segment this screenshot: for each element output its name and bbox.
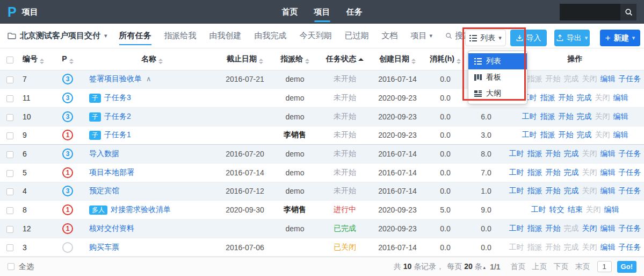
action-开始[interactable]: 开始 xyxy=(559,130,574,139)
first-page-link[interactable]: 首页 xyxy=(511,262,526,272)
tab-due-today[interactable]: 今天到期 xyxy=(300,24,332,48)
action-关闭[interactable]: 关闭 xyxy=(582,224,597,232)
row-checkbox[interactable] xyxy=(6,95,13,102)
row-checkbox[interactable] xyxy=(6,244,13,251)
action-工时[interactable]: 工时 xyxy=(509,168,524,176)
task-link[interactable]: 核对交付资料 xyxy=(89,224,134,232)
task-link[interactable]: 子任务3 xyxy=(104,93,131,102)
row-checkbox[interactable] xyxy=(6,170,13,177)
action-编辑[interactable]: 编辑 xyxy=(613,112,628,121)
header-cost[interactable]: 消耗(h) xyxy=(424,48,466,70)
export-button[interactable]: 导出 ▾ xyxy=(554,30,590,46)
project-switcher[interactable]: 北京测试客户项目交付 ▾ xyxy=(8,24,107,48)
action-编辑[interactable]: 编辑 xyxy=(613,130,628,139)
action-开始[interactable]: 开始 xyxy=(546,149,561,158)
action-工时[interactable]: 工时 xyxy=(509,149,524,158)
new-button[interactable]: + 新建 ▾ xyxy=(600,30,640,46)
action-子任务[interactable]: 子任务 xyxy=(619,224,641,232)
view-option-kanban[interactable]: 看板 xyxy=(468,69,527,86)
action-子任务[interactable]: 子任务 xyxy=(619,149,641,158)
action-工时[interactable]: 工时 xyxy=(522,130,537,139)
row-checkbox[interactable] xyxy=(6,207,13,214)
action-指派[interactable]: 指派 xyxy=(540,93,555,102)
task-link[interactable]: 预定宾馆 xyxy=(89,186,119,195)
nav-item-task[interactable]: 任务 xyxy=(346,0,363,24)
action-子任务[interactable]: 子任务 xyxy=(619,168,641,176)
action-指派[interactable]: 指派 xyxy=(540,130,555,139)
page-number-input[interactable] xyxy=(597,261,612,272)
action-完成[interactable]: 完成 xyxy=(564,149,579,158)
action-开始[interactable]: 开始 xyxy=(546,186,561,195)
go-button[interactable]: Go! xyxy=(617,261,636,273)
task-link[interactable]: 项目本地部署 xyxy=(89,168,134,176)
action-指派[interactable]: 指派 xyxy=(527,149,542,158)
row-checkbox[interactable] xyxy=(6,132,13,139)
header-select-all[interactable] xyxy=(0,48,19,70)
search-icon[interactable] xyxy=(620,4,636,20)
last-page-link[interactable]: 末页 xyxy=(575,262,590,272)
tab-all-tasks[interactable]: 所有任务 xyxy=(119,24,151,48)
prev-page-link[interactable]: 上页 xyxy=(532,262,547,272)
action-转交[interactable]: 转交 xyxy=(549,205,565,214)
import-button[interactable]: 导入 xyxy=(510,30,547,46)
action-开始[interactable]: 开始 xyxy=(559,93,574,102)
row-checkbox[interactable] xyxy=(6,188,13,195)
header-assignee[interactable]: 指派给 xyxy=(271,48,319,70)
task-link[interactable]: 导入数据 xyxy=(89,149,119,158)
collapse-icon[interactable]: ∧ xyxy=(146,75,151,83)
action-工时[interactable]: 工时 xyxy=(531,205,546,214)
action-完成[interactable]: 完成 xyxy=(564,168,579,176)
action-指派[interactable]: 指派 xyxy=(527,186,542,195)
action-子任务[interactable]: 子任务 xyxy=(619,186,641,195)
action-完成[interactable]: 完成 xyxy=(577,112,592,121)
select-all-checkbox[interactable] xyxy=(8,263,15,270)
row-checkbox[interactable] xyxy=(6,114,13,121)
view-option-outline[interactable]: 大纲 xyxy=(468,86,527,102)
task-link[interactable]: 对接需求验收清单 xyxy=(111,205,171,214)
action-工时[interactable]: 工时 xyxy=(509,224,524,232)
tab-overdue[interactable]: 已过期 xyxy=(345,24,369,48)
header-id[interactable]: 编号 xyxy=(19,48,50,70)
action-子任务[interactable]: 子任务 xyxy=(619,74,641,83)
action-完成[interactable]: 完成 xyxy=(577,93,592,102)
view-option-list[interactable]: 列表 xyxy=(468,53,527,69)
action-开始[interactable]: 开始 xyxy=(546,224,561,232)
next-page-link[interactable]: 下页 xyxy=(554,262,569,272)
row-checkbox[interactable] xyxy=(6,226,13,233)
action-子任务[interactable]: 子任务 xyxy=(619,243,641,251)
header-priority[interactable]: P xyxy=(50,48,85,70)
tab-finished-by-me[interactable]: 由我完成 xyxy=(255,24,287,48)
action-完成[interactable]: 完成 xyxy=(564,186,579,195)
action-编辑[interactable]: 编辑 xyxy=(613,93,628,102)
select-all-checkbox[interactable] xyxy=(6,56,13,63)
header-created[interactable]: 创建日期 xyxy=(371,48,424,70)
nav-item-home[interactable]: 首页 xyxy=(282,0,298,24)
view-switch-button[interactable]: 列表 ▾ xyxy=(465,30,506,46)
nav-item-project[interactable]: 项目 xyxy=(314,0,330,24)
action-开始[interactable]: 开始 xyxy=(546,168,561,176)
action-工时[interactable]: 工时 xyxy=(522,112,537,121)
action-编辑[interactable]: 编辑 xyxy=(600,186,616,195)
tab-created-by-me[interactable]: 由我创建 xyxy=(209,24,242,48)
task-link[interactable]: 子任务2 xyxy=(104,112,131,121)
per-page-control[interactable]: 每页 20 条▴ xyxy=(447,262,487,272)
header-name[interactable]: 名称 xyxy=(85,48,219,70)
search-input[interactable] xyxy=(560,4,620,20)
action-指派[interactable]: 指派 xyxy=(527,224,542,232)
action-编辑[interactable]: 编辑 xyxy=(600,224,616,232)
brand[interactable]: P 项目 xyxy=(8,5,38,19)
action-完成[interactable]: 完成 xyxy=(577,130,592,139)
action-编辑[interactable]: 编辑 xyxy=(600,74,616,83)
task-link[interactable]: 签署项目验收单 xyxy=(89,74,142,83)
action-编辑[interactable]: 编辑 xyxy=(600,149,616,158)
action-工时[interactable]: 工时 xyxy=(509,186,524,195)
header-due[interactable]: 截止日期 xyxy=(219,48,271,70)
action-编辑[interactable]: 编辑 xyxy=(604,205,619,214)
action-开始[interactable]: 开始 xyxy=(559,112,574,121)
action-编辑[interactable]: 编辑 xyxy=(600,243,616,251)
select-all[interactable]: 全选 xyxy=(8,262,34,272)
action-指派[interactable]: 指派 xyxy=(540,112,555,121)
tab-assigned-to-me[interactable]: 指派给我 xyxy=(164,24,197,48)
tab-project-menu[interactable]: 项目▾ xyxy=(411,24,433,48)
action-编辑[interactable]: 编辑 xyxy=(600,168,616,176)
